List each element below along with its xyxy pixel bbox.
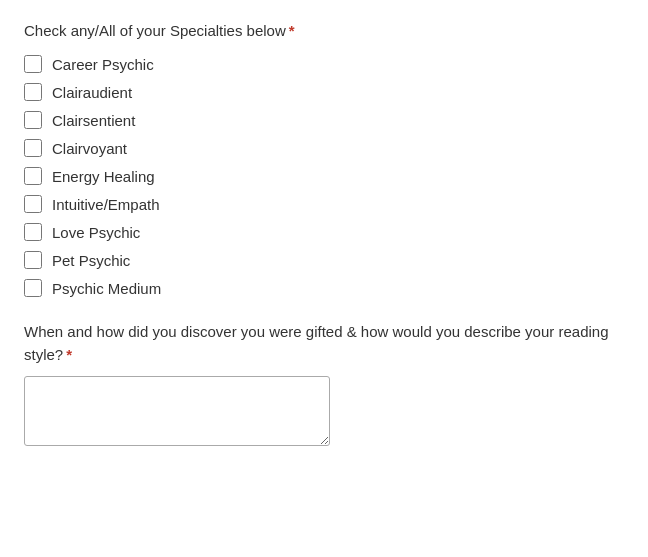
checkbox-career-psychic[interactable]	[24, 55, 42, 73]
checkbox-label-love-psychic[interactable]: Love Psychic	[52, 224, 140, 241]
checkbox-intuitive-empath[interactable]	[24, 195, 42, 213]
checkbox-item-career-psychic[interactable]: Career Psychic	[24, 55, 624, 73]
checkbox-label-clairsentient[interactable]: Clairsentient	[52, 112, 135, 129]
checkbox-item-intuitive-empath[interactable]: Intuitive/Empath	[24, 195, 624, 213]
checkbox-item-pet-psychic[interactable]: Pet Psychic	[24, 251, 624, 269]
checkbox-item-clairsentient[interactable]: Clairsentient	[24, 111, 624, 129]
checkbox-label-career-psychic[interactable]: Career Psychic	[52, 56, 154, 73]
checkbox-item-clairvoyant[interactable]: Clairvoyant	[24, 139, 624, 157]
checkbox-clairsentient[interactable]	[24, 111, 42, 129]
checkbox-label-energy-healing[interactable]: Energy Healing	[52, 168, 155, 185]
checkbox-clairaudient[interactable]	[24, 83, 42, 101]
reading-style-textarea[interactable]	[24, 376, 330, 446]
textarea-label: When and how did you discover you were g…	[24, 321, 624, 366]
checkbox-item-clairaudient[interactable]: Clairaudient	[24, 83, 624, 101]
specialties-list: Career PsychicClairaudientClairsentientC…	[24, 55, 624, 297]
checkbox-love-psychic[interactable]	[24, 223, 42, 241]
section-heading: Check any/All of your Specialties below*	[24, 20, 624, 41]
checkbox-label-clairvoyant[interactable]: Clairvoyant	[52, 140, 127, 157]
checkbox-label-clairaudient[interactable]: Clairaudient	[52, 84, 132, 101]
checkbox-label-psychic-medium[interactable]: Psychic Medium	[52, 280, 161, 297]
required-star: *	[289, 22, 295, 39]
textarea-required-star: *	[66, 346, 72, 363]
checkbox-energy-healing[interactable]	[24, 167, 42, 185]
checkbox-psychic-medium[interactable]	[24, 279, 42, 297]
checkbox-item-love-psychic[interactable]: Love Psychic	[24, 223, 624, 241]
checkbox-label-pet-psychic[interactable]: Pet Psychic	[52, 252, 130, 269]
checkbox-clairvoyant[interactable]	[24, 139, 42, 157]
checkbox-pet-psychic[interactable]	[24, 251, 42, 269]
checkbox-item-psychic-medium[interactable]: Psychic Medium	[24, 279, 624, 297]
checkbox-label-intuitive-empath[interactable]: Intuitive/Empath	[52, 196, 160, 213]
checkbox-item-energy-healing[interactable]: Energy Healing	[24, 167, 624, 185]
